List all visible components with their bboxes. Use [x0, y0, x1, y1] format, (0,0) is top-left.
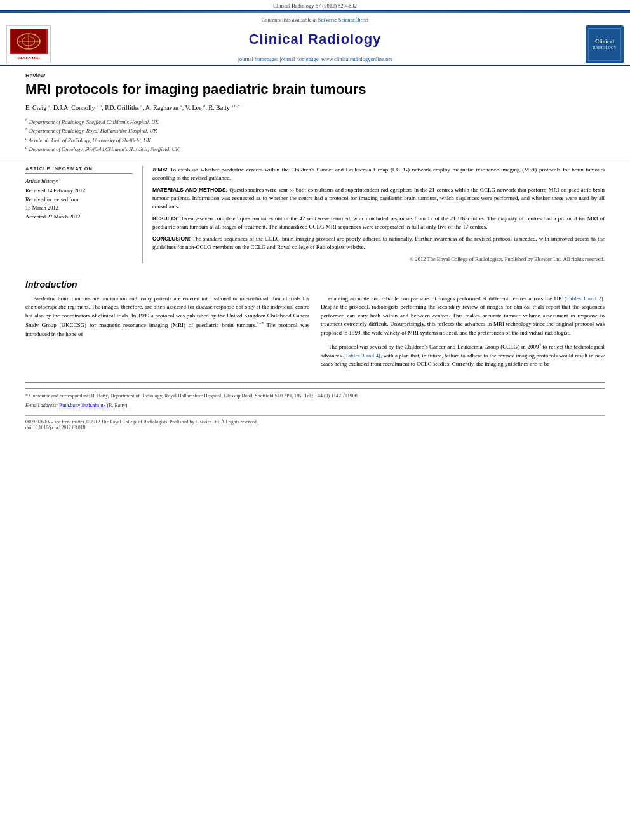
doi-text: doi:10.1016/j.crad.2012.03.018	[25, 425, 605, 430]
two-column-layout: Paediatric brain tumours are uncommon an…	[25, 295, 605, 373]
left-column: Paediatric brain tumours are uncommon an…	[25, 295, 309, 373]
copyright-notice: © 2012 The Royal College of Radiologists…	[152, 255, 605, 263]
elsevier-text: ELSEVIER	[17, 55, 39, 60]
tables-link-3-4[interactable]: Tables 3 and 4	[345, 352, 379, 359]
affiliations: a Department of Radiology, Sheffield Chi…	[25, 117, 605, 154]
article-info-title: ARTICLE INFORMATION	[25, 166, 133, 174]
sciverse-line: Contents lists available at SciVerse Sci…	[0, 17, 630, 23]
intro-para-right-2: The protocol was revised by the Children…	[321, 342, 605, 369]
authors-line: E. Craig a, D.J.A. Connolly a,b, P.D. Gr…	[25, 103, 605, 112]
right-column: enabling accurate and reliable compariso…	[321, 295, 605, 373]
homepage-url[interactable]: journal homepage: www.clinicalradiologyo…	[279, 56, 392, 62]
abstract-conclusion: CONCLUSION: The standard sequences of th…	[152, 235, 605, 251]
sciverse-link[interactable]: SciVerse ScienceDirect	[318, 17, 369, 23]
elsevier-image	[10, 29, 48, 54]
citation-text: Clinical Radiology 67 (2012) 829–832	[273, 3, 357, 9]
email-link[interactable]: Ruth.batty@sth.nhs.uk	[59, 403, 105, 408]
abstract-aims: AIMS: To establish whether paediatric ce…	[152, 166, 605, 182]
elsevier-logo: ELSEVIER	[6, 25, 51, 63]
article-header: Review MRI protocols for imaging paediat…	[0, 66, 630, 159]
received-date: Received 14 February 2012	[25, 187, 133, 196]
body-content: Introduction Paediatric brain tumours ar…	[0, 270, 630, 382]
tables-link-1-2[interactable]: Tables 1 and 2	[566, 295, 601, 302]
introduction-title: Introduction	[25, 279, 605, 290]
article-title: MRI protocols for imaging paediatric bra…	[25, 81, 605, 98]
abstract-panel: AIMS: To establish whether paediatric ce…	[143, 166, 605, 263]
homepage-text-prefix: journal homepage:	[238, 56, 280, 62]
intro-para-right-1: enabling accurate and reliable compariso…	[321, 295, 605, 338]
journal-logo-inner: Clinical RADIOLOGY	[588, 28, 621, 61]
contents-text: Contents lists available at	[262, 17, 317, 23]
journal-banner: ELSEVIER Clinical Radiology Clinical RAD…	[0, 25, 630, 53]
issn-text: 0009-9260/$ – see front matter © 2012 Th…	[25, 419, 258, 425]
journal-title: Clinical Radiology	[249, 31, 382, 48]
affiliation-a: a Department of Radiology, Sheffield Chi…	[25, 117, 605, 126]
article-info-panel: ARTICLE INFORMATION Article history: Rec…	[25, 166, 143, 263]
bottom-bar: 0009-9260/$ – see front matter © 2012 Th…	[25, 415, 605, 430]
received-revised-label: Received in revised form	[25, 196, 133, 204]
email-footnote: E-mail address: Ruth.batty@sth.nhs.uk (R…	[25, 402, 605, 410]
journal-logo-right: Clinical RADIOLOGY	[586, 25, 624, 63]
accepted-date: Accepted 27 March 2012	[25, 213, 133, 222]
page: Clinical Radiology 67 (2012) 829–832 Con…	[0, 0, 630, 840]
main-content-area: ARTICLE INFORMATION Article history: Rec…	[25, 159, 605, 270]
article-history-title: Article history:	[25, 178, 133, 184]
affiliation-b: b Department of Radiology, Royal Hallams…	[25, 126, 605, 135]
affiliation-d: d Department of Oncology, Sheffield Chil…	[25, 144, 605, 154]
affiliation-c: c Academic Unit of Radiology, University…	[25, 135, 605, 145]
guarantor-footnote: * Guarantor and correspondent: R. Batty,…	[25, 392, 605, 400]
intro-para-1: Paediatric brain tumours are uncommon an…	[25, 295, 309, 339]
footnotes: * Guarantor and correspondent: R. Batty,…	[25, 388, 605, 411]
header-citation: Clinical Radiology 67 (2012) 829–832	[0, 0, 630, 11]
section-label: Review	[25, 72, 605, 79]
footnote-divider	[25, 382, 605, 383]
journal-homepage: journal homepage: journal homepage: www.…	[0, 56, 630, 62]
abstract-results: RESULTS: Twenty-seven completed question…	[152, 215, 605, 231]
received-revised-date: 15 March 2012	[25, 204, 133, 213]
bottom-bar-content: 0009-9260/$ – see front matter © 2012 Th…	[25, 419, 605, 425]
abstract-methods: MATERIALS AND METHODS: Questionnaires we…	[152, 186, 605, 211]
journal-header: Contents lists available at SciVerse Sci…	[0, 13, 630, 66]
